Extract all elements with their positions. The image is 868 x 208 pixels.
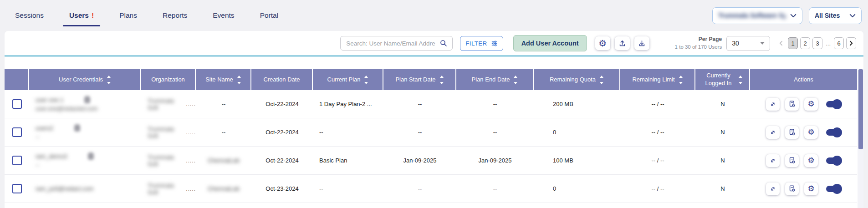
organization-dropdown[interactable]: Trummala Software Systems: [712, 7, 802, 24]
chevron-left-icon: [779, 41, 783, 46]
users-panel: FILTER Add User Account ⚙ Per Page 1 to …: [5, 31, 863, 208]
status-toggle[interactable]: [826, 129, 841, 136]
currently-logged-in-cell: N: [695, 147, 750, 174]
current-plan-cell: --: [313, 175, 383, 203]
user-plan-info-button[interactable]: [785, 98, 799, 111]
row-checkbox[interactable]: [12, 156, 22, 165]
organization-cell: Trummala Soft.....: [141, 118, 196, 146]
sort-arrows-icon[interactable]: [237, 76, 241, 84]
creation-date-cell: Oct-22-2024: [251, 118, 313, 146]
column-header-remaining-quota[interactable]: Remaining Quota: [534, 69, 620, 90]
user-plan-info-button[interactable]: [785, 126, 799, 139]
actions-cell: ⚙: [750, 147, 857, 174]
page-button-3[interactable]: 3: [812, 37, 822, 49]
tab-plans[interactable]: Plans: [116, 0, 141, 31]
table-row: userx2 -- Trummala Soft..... -- Oct-22-2…: [5, 118, 857, 147]
document-info-icon: [788, 100, 796, 108]
column-header-user-credentials[interactable]: User Credentials: [29, 69, 141, 90]
add-user-account-button[interactable]: Add User Account: [513, 35, 587, 51]
column-header-plan-start-date[interactable]: Plan Start Date: [383, 69, 456, 90]
sort-arrows-icon[interactable]: [107, 76, 111, 84]
previous-page-button[interactable]: [776, 37, 786, 49]
user-settings-button[interactable]: ⚙: [804, 183, 818, 195]
row-checkbox[interactable]: [12, 99, 22, 109]
actions-cell: ⚙: [750, 175, 857, 203]
add-user-account-label: Add User Account: [521, 40, 579, 47]
user-plan-info-button[interactable]: [785, 154, 799, 167]
currently-logged-in-cell: N: [695, 90, 750, 118]
row-checkbox[interactable]: [12, 127, 22, 137]
column-header-organization[interactable]: Organization: [141, 69, 196, 90]
sort-arrows-icon[interactable]: [600, 76, 603, 84]
column-header-actions: Actions: [750, 69, 857, 90]
column-header-creation-date[interactable]: Creation Date: [251, 69, 313, 90]
user-plan-info-button[interactable]: [785, 183, 799, 195]
tab-label: Users: [69, 11, 89, 20]
actions-cell: ⚙: [750, 90, 857, 118]
tab-sessions[interactable]: Sessions: [11, 0, 47, 31]
filter-button[interactable]: FILTER: [460, 36, 503, 51]
page-button-2[interactable]: 2: [800, 37, 810, 49]
vertical-scrollbar[interactable]: [858, 69, 863, 208]
user-settings-button[interactable]: ⚙: [804, 126, 818, 139]
column-header-plan-end-date[interactable]: Plan End Date: [456, 69, 534, 90]
sort-arrows-icon[interactable]: [440, 76, 444, 84]
user-settings-button[interactable]: ⚙: [804, 154, 818, 167]
organization-cell: Trummala Soft.....: [141, 90, 196, 118]
expand-user-button[interactable]: [766, 154, 780, 167]
table-row: ram_demo3 -- Trummala Soft..... ChennaiL…: [5, 147, 857, 175]
avatar: [88, 152, 94, 160]
export-upload-button[interactable]: [615, 36, 630, 50]
page-size-select[interactable]: 30: [726, 36, 770, 51]
currently-logged-in-cell: N: [695, 118, 750, 146]
site-name-cell: --: [196, 118, 251, 146]
tab-portal[interactable]: Portal: [256, 0, 282, 31]
expand-icon: [770, 129, 776, 136]
select-all-column-header: [5, 69, 29, 90]
tab-users[interactable]: Users !: [66, 0, 97, 31]
sort-arrows-icon[interactable]: [514, 76, 517, 84]
tab-events[interactable]: Events: [209, 0, 238, 31]
column-header-current-plan[interactable]: Current Plan: [313, 69, 383, 90]
status-toggle[interactable]: [826, 186, 841, 192]
page-button-6[interactable]: 6: [834, 37, 844, 49]
row-checkbox[interactable]: [12, 184, 22, 193]
plan-end-date-cell: Jan-09-2025: [456, 147, 534, 174]
import-download-button[interactable]: [634, 36, 649, 50]
expand-user-button[interactable]: [766, 98, 780, 111]
page-button-1[interactable]: 1: [788, 37, 798, 49]
sites-dropdown[interactable]: All Sites: [809, 7, 862, 24]
column-header-site-name[interactable]: Site Name: [196, 69, 251, 90]
chevron-down-icon: [790, 14, 797, 18]
next-page-button[interactable]: [846, 37, 856, 49]
plan-end-date-cell: --: [456, 118, 534, 146]
user-settings-button[interactable]: ⚙: [804, 98, 818, 111]
remaining-quota-cell: 0: [534, 175, 620, 203]
sort-arrows-icon[interactable]: [364, 76, 368, 84]
organization-cell: Trummala Soft.....: [141, 175, 196, 203]
status-toggle[interactable]: [826, 157, 841, 164]
table-settings-button[interactable]: ⚙: [595, 36, 610, 50]
plan-start-date-cell: --: [383, 175, 456, 203]
search-icon[interactable]: [439, 39, 448, 47]
search-input[interactable]: [345, 40, 437, 47]
status-toggle[interactable]: [826, 101, 841, 107]
expand-icon: [770, 157, 776, 164]
header-selects: Trummala Software Systems All Sites: [712, 7, 862, 24]
column-header-currently-logged-in[interactable]: Currently Logged In: [695, 69, 750, 90]
organization-cell: Trummala Soft.....: [141, 147, 196, 174]
gear-icon: ⚙: [598, 39, 607, 48]
expand-user-button[interactable]: [766, 126, 780, 139]
sort-arrows-icon[interactable]: [679, 76, 683, 84]
plan-end-date-cell: --: [456, 90, 534, 118]
expand-user-button[interactable]: [766, 183, 780, 195]
creation-date-cell: Oct-23-2024: [251, 175, 313, 203]
site-name-cell: ChennaiLab: [196, 147, 251, 174]
scrollbar-thumb[interactable]: [858, 69, 863, 149]
user-credentials-cell: ram_jul3@redact.com: [29, 175, 141, 203]
tab-reports[interactable]: Reports: [159, 0, 191, 31]
column-header-remaining-limit[interactable]: Remaining Limit: [620, 69, 695, 90]
document-info-icon: [788, 128, 796, 136]
sort-arrows-icon[interactable]: [739, 76, 742, 84]
creation-date-cell: Oct-22-2024: [251, 90, 313, 118]
